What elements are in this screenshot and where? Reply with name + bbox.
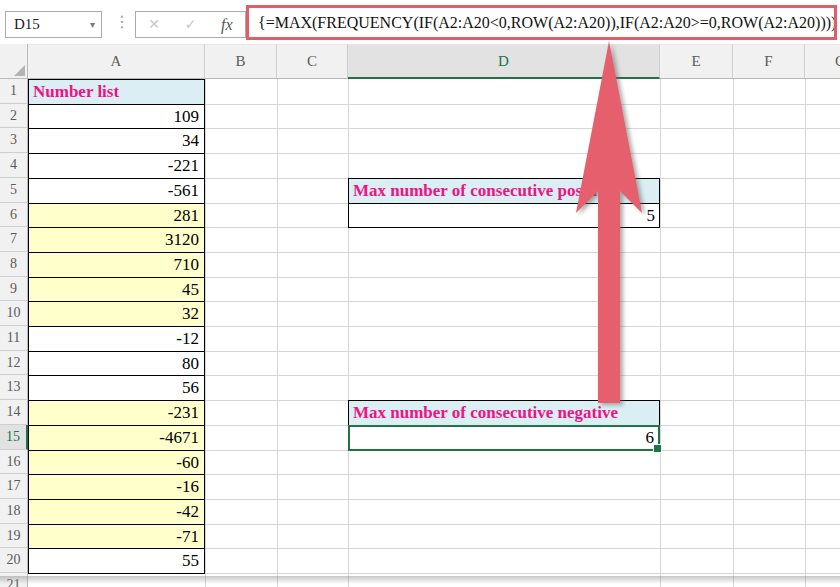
gridline-vertical xyxy=(348,79,349,587)
cell-A10[interactable]: 32 xyxy=(28,301,205,327)
cell-A18[interactable]: -42 xyxy=(28,499,205,525)
row-header-9[interactable]: 9 xyxy=(0,277,28,301)
name-box-value: D15 xyxy=(14,16,40,33)
row-header-7[interactable]: 7 xyxy=(0,227,28,252)
cell-D15-selected[interactable]: 6 xyxy=(348,425,660,451)
cell-A2[interactable]: 109 xyxy=(28,104,205,129)
cell-A13[interactable]: 56 xyxy=(28,375,205,401)
cell-D14[interactable]: Max number of consecutive negative xyxy=(348,400,660,426)
cell-A8[interactable]: 710 xyxy=(28,252,205,278)
column-header-G[interactable]: G xyxy=(805,44,840,79)
cell-A3[interactable]: 34 xyxy=(28,128,205,154)
select-all-corner[interactable] xyxy=(0,44,28,79)
gridline-vertical xyxy=(733,79,734,587)
column-header-D[interactable]: D xyxy=(348,44,660,79)
column-header-E[interactable]: E xyxy=(660,44,733,79)
row-header-10[interactable]: 10 xyxy=(0,301,28,326)
cell-A6[interactable]: 281 xyxy=(28,203,205,228)
column-header-F[interactable]: F xyxy=(733,44,805,79)
cell-A5[interactable]: -561 xyxy=(28,178,205,204)
column-header-B[interactable]: B xyxy=(205,44,277,79)
column-header-A[interactable]: A xyxy=(28,44,205,79)
cell-A9[interactable]: 45 xyxy=(28,277,205,302)
cell-A16[interactable]: -60 xyxy=(28,450,205,475)
cell-D6[interactable]: 5 xyxy=(348,203,660,228)
enter-icon[interactable]: ✓ xyxy=(185,16,197,33)
row-header-12[interactable]: 12 xyxy=(0,351,28,375)
row-header-18[interactable]: 18 xyxy=(0,499,28,524)
drag-handle-icon: ⋮ xyxy=(114,12,130,32)
cell-A17[interactable]: -16 xyxy=(28,474,205,500)
row-header-5[interactable]: 5 xyxy=(0,178,28,203)
insert-function-icon[interactable]: fx xyxy=(221,16,233,34)
name-box[interactable]: D15 ▾ xyxy=(5,11,102,38)
formula-input[interactable]: {=MAX(FREQUENCY(IF(A2:A20<0,ROW(A2:A20))… xyxy=(246,5,837,40)
row-header-1[interactable]: 1 xyxy=(0,79,28,104)
row-header-21[interactable]: 21 xyxy=(0,573,28,587)
cell-A1[interactable]: Number list xyxy=(28,79,205,105)
gridline-vertical xyxy=(205,79,206,587)
cell-D5[interactable]: Max number of consecutive positive xyxy=(348,178,660,204)
row-header-11[interactable]: 11 xyxy=(0,326,28,351)
spreadsheet-grid: ABCDEFG123456789101112131415161718192021… xyxy=(0,44,840,587)
row-header-14[interactable]: 14 xyxy=(0,400,28,425)
formula-text: {=MAX(FREQUENCY(IF(A2:A20<0,ROW(A2:A20))… xyxy=(258,14,837,32)
cell-A4[interactable]: -221 xyxy=(28,153,205,179)
row-header-15[interactable]: 15 xyxy=(0,425,28,450)
row-header-17[interactable]: 17 xyxy=(0,474,28,499)
row-header-16[interactable]: 16 xyxy=(0,450,28,474)
fill-handle[interactable] xyxy=(653,444,662,453)
gridline-vertical xyxy=(805,79,806,587)
corner-triangle-icon xyxy=(14,65,25,76)
excel-window: D15 ▾ ⋮ ✕ ✓ fx {=MAX(FREQUENCY(IF(A2:A20… xyxy=(0,0,840,587)
formula-button-group: ✕ ✓ fx xyxy=(135,11,246,38)
row-header-13[interactable]: 13 xyxy=(0,375,28,400)
row-header-20[interactable]: 20 xyxy=(0,548,28,573)
row-header-4[interactable]: 4 xyxy=(0,153,28,178)
cell-A19[interactable]: -71 xyxy=(28,524,205,549)
name-box-dropdown-icon[interactable]: ▾ xyxy=(90,19,101,30)
cell-A11[interactable]: -12 xyxy=(28,326,205,352)
cell-A7[interactable]: 3120 xyxy=(28,227,205,253)
row-header-2[interactable]: 2 xyxy=(0,104,28,128)
cell-A14[interactable]: -231 xyxy=(28,400,205,426)
cancel-icon[interactable]: ✕ xyxy=(148,16,160,33)
row-header-6[interactable]: 6 xyxy=(0,203,28,227)
cell-A12[interactable]: 80 xyxy=(28,351,205,376)
cell-A15[interactable]: -4671 xyxy=(28,425,205,451)
row-header-3[interactable]: 3 xyxy=(0,128,28,153)
row-header-19[interactable]: 19 xyxy=(0,524,28,548)
gridline-vertical xyxy=(277,79,278,587)
row-header-8[interactable]: 8 xyxy=(0,252,28,277)
column-header-C[interactable]: C xyxy=(277,44,348,79)
cell-A20[interactable]: 55 xyxy=(28,548,205,574)
formula-bar: D15 ▾ ⋮ ✕ ✓ fx {=MAX(FREQUENCY(IF(A2:A20… xyxy=(0,0,840,44)
gridline-vertical xyxy=(660,79,661,587)
